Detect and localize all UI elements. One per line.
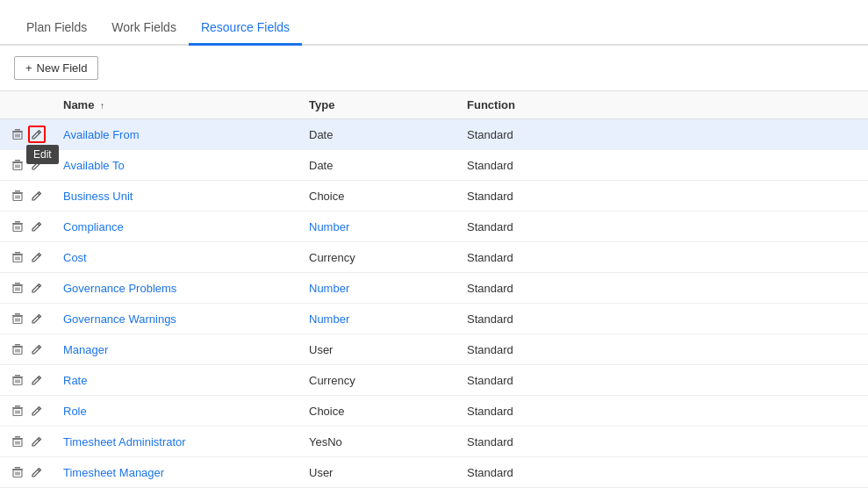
edit-icon[interactable] xyxy=(28,187,46,205)
row-name-cell: Timesheet Administrator xyxy=(54,427,300,457)
row-name-cell: Governance Problems xyxy=(54,273,300,304)
table-row: Timesheet ManagerUserStandard xyxy=(0,457,868,488)
new-field-label: New Field xyxy=(37,61,88,75)
col-header-function: Function xyxy=(458,91,868,119)
svg-line-76 xyxy=(38,439,39,441)
row-name-cell[interactable]: Available From xyxy=(54,119,300,150)
row-type-cell: Currency xyxy=(300,365,458,396)
svg-line-6 xyxy=(38,132,39,133)
svg-rect-22 xyxy=(15,221,20,223)
delete-icon[interactable] xyxy=(9,341,26,358)
delete-icon[interactable] xyxy=(9,402,26,420)
row-type-cell: Date xyxy=(300,150,458,181)
edit-icon[interactable] xyxy=(28,433,46,450)
tab-plan-fields[interactable]: Plan Fields xyxy=(14,11,99,46)
row-actions-cell xyxy=(0,212,54,242)
row-name-cell[interactable]: Timesheet Manager xyxy=(54,457,300,488)
new-field-button[interactable]: + New Field xyxy=(14,56,98,80)
edit-icon[interactable] xyxy=(28,218,46,235)
row-name-link[interactable]: Compliance xyxy=(63,220,124,233)
row-function-cell: Standard xyxy=(458,181,868,212)
edit-icon[interactable] xyxy=(28,310,46,327)
edit-icon-container xyxy=(28,187,46,205)
action-icons-container: Edit xyxy=(9,126,46,143)
svg-line-62 xyxy=(38,377,39,379)
edit-icon[interactable] xyxy=(28,341,46,358)
action-icons-container xyxy=(9,187,46,205)
row-type-cell: Date xyxy=(300,119,458,150)
delete-icon[interactable] xyxy=(9,156,26,174)
row-actions-cell xyxy=(0,427,54,457)
edit-icon-container: Edit xyxy=(28,126,46,143)
row-actions-cell xyxy=(0,334,54,365)
col-header-name[interactable]: Name ↑ xyxy=(54,91,300,119)
edit-icon-container xyxy=(28,463,46,481)
tabs-bar: Plan Fields Work Fields Resource Fields xyxy=(0,0,868,46)
table-body: EditAvailable FromDateStandardAvailable … xyxy=(0,119,868,488)
svg-line-83 xyxy=(38,470,39,471)
tab-resource-fields[interactable]: Resource Fields xyxy=(189,11,302,46)
action-icons-container xyxy=(9,248,46,266)
delete-icon[interactable] xyxy=(9,248,26,266)
row-actions-cell xyxy=(0,365,54,396)
delete-icon[interactable] xyxy=(9,187,26,205)
action-icons-container xyxy=(9,402,46,420)
svg-line-41 xyxy=(38,285,39,287)
table-row: Business UnitChoiceStandard xyxy=(0,181,868,212)
table-row: Governance ProblemsNumberStandard xyxy=(0,273,868,304)
edit-icon[interactable] xyxy=(28,126,46,143)
action-icons-container xyxy=(9,156,46,174)
row-name-cell: Business Unit xyxy=(54,181,300,212)
row-name-cell[interactable]: Manager xyxy=(54,334,300,365)
edit-icon-container xyxy=(28,279,46,297)
edit-icon-container xyxy=(28,156,46,174)
action-icons-container xyxy=(9,310,46,327)
svg-line-55 xyxy=(38,347,39,348)
edit-icon[interactable] xyxy=(28,279,46,297)
row-name-cell: Rate xyxy=(54,365,300,396)
delete-icon[interactable] xyxy=(9,126,26,143)
delete-icon[interactable] xyxy=(9,279,26,297)
row-type-cell: Currency xyxy=(300,242,458,273)
row-name-cell[interactable]: Available To xyxy=(54,150,300,181)
row-type-cell: User xyxy=(300,334,458,365)
row-name-cell: Role xyxy=(54,396,300,427)
delete-icon[interactable] xyxy=(9,218,26,235)
toolbar: + New Field xyxy=(0,46,868,91)
row-name-link[interactable]: Timesheet Manager xyxy=(63,466,164,479)
delete-icon[interactable] xyxy=(9,433,26,450)
edit-icon[interactable] xyxy=(28,156,46,174)
row-name-link[interactable]: Available From xyxy=(63,128,139,141)
row-name-cell[interactable]: Compliance xyxy=(54,212,300,242)
edit-icon[interactable] xyxy=(28,402,46,420)
row-function-cell: Standard xyxy=(458,457,868,488)
edit-icon-container xyxy=(28,218,46,235)
row-actions-cell xyxy=(0,457,54,488)
row-function-cell: Standard xyxy=(458,396,868,427)
edit-icon[interactable] xyxy=(28,248,46,266)
row-actions-cell: Edit xyxy=(0,119,54,150)
delete-icon[interactable] xyxy=(9,463,26,481)
sort-asc-icon: ↑ xyxy=(100,101,104,111)
row-name-link[interactable]: Manager xyxy=(63,343,108,356)
row-actions-cell xyxy=(0,150,54,181)
tab-work-fields[interactable]: Work Fields xyxy=(99,11,189,46)
svg-rect-57 xyxy=(15,375,20,377)
delete-icon[interactable] xyxy=(9,371,26,389)
row-type-cell: Number xyxy=(300,273,458,304)
row-name-cell: Governance Warnings xyxy=(54,304,300,334)
edit-icon-container xyxy=(28,402,46,420)
row-name-link[interactable]: Available To xyxy=(63,159,125,172)
svg-rect-29 xyxy=(15,252,20,254)
row-actions-cell xyxy=(0,181,54,212)
action-icons-container xyxy=(9,218,46,235)
svg-rect-64 xyxy=(15,405,20,407)
svg-rect-15 xyxy=(15,190,20,192)
delete-icon[interactable] xyxy=(9,310,26,327)
edit-icon[interactable] xyxy=(28,463,46,481)
edit-icon-container xyxy=(28,371,46,389)
row-name-cell: Cost xyxy=(54,242,300,273)
edit-icon[interactable] xyxy=(28,371,46,389)
row-type-cell: YesNo xyxy=(300,427,458,457)
row-type-cell: User xyxy=(300,457,458,488)
